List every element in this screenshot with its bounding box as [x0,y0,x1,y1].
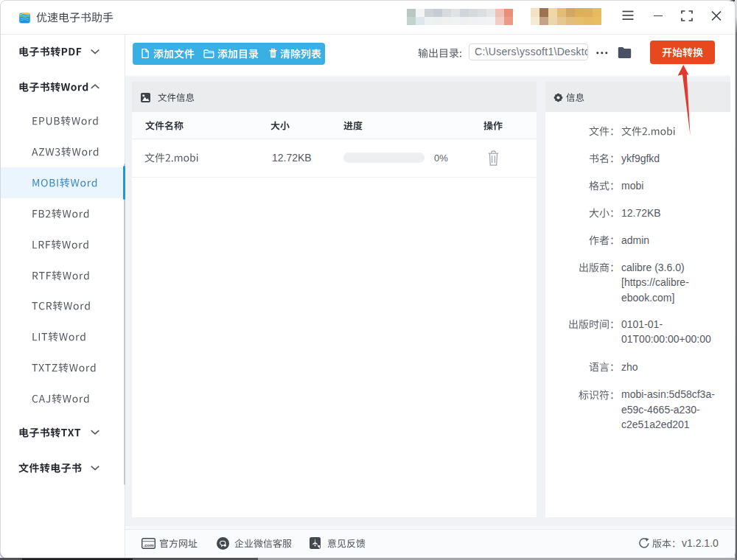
svg-text:.com: .com [143,543,153,547]
